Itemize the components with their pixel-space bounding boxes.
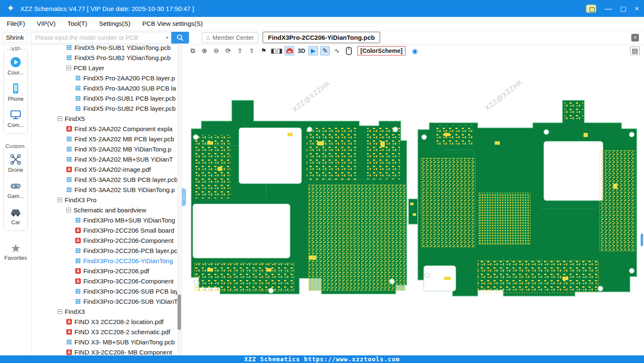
close-button[interactable]: ×	[635, 5, 639, 12]
tree-item[interactable]: FindX3	[32, 306, 181, 316]
file-type-icon	[75, 217, 81, 223]
menu-item[interactable]: VIP(V)	[37, 20, 55, 27]
tree-item[interactable]: FIND X3- MB+SUB YiDianTong.pcb	[32, 337, 181, 347]
vip-group-title: -VIP-	[8, 46, 23, 52]
tree-item[interactable]: FindX3Pro-2CC206-PCB layer.pc	[32, 245, 181, 256]
tree-item[interactable]: FindX3Pro-3CC206-SUB PCB lay	[32, 286, 181, 296]
tree-item[interactable]: FindX5 Pro-SUB1 YiDianTong.pcb	[32, 45, 181, 52]
sidebar-item-drone[interactable]: Drone	[8, 154, 23, 173]
color-scheme-button[interactable]: [ColorScheme]	[357, 46, 406, 55]
tree-item-label: FIND X3 2CC208-2 schematic.pdf	[74, 328, 170, 336]
tree-item[interactable]: FindX3 Pro	[32, 195, 181, 205]
app-window: ✦ XZZ Schematics V4.77 [ VIP Due date: 2…	[0, 0, 644, 363]
collapse-toggle-icon[interactable]	[66, 208, 71, 212]
tree-item-label: FindX3Pro-2CC206-PCB layer.pc	[83, 247, 178, 254]
tree-scrollbar[interactable]	[177, 45, 181, 355]
tree-item[interactable]: Find X5-2AA202 MB YiDianTong.p	[32, 144, 181, 154]
tree-item-label: Find X5-2AA202 MB PCB layer.pcb	[74, 135, 174, 143]
tree-item[interactable]: Find X5-2AA202-image.pdf	[32, 164, 181, 174]
tree-item[interactable]: FIND X3 2CC208-2 schematic.pdf	[32, 327, 181, 337]
rotate-icon[interactable]: ⟳	[223, 46, 233, 55]
maximize-button[interactable]: ▢	[620, 6, 626, 12]
watermark-text: XZZ@XZZHK	[483, 78, 523, 112]
arrow-tool-icon[interactable]: ▶	[308, 46, 318, 55]
tree-item[interactable]: FindX3Pro MB+SUB YiDianTong	[32, 215, 181, 225]
sidebar-item-phone[interactable]: Phone	[8, 82, 24, 102]
tree-item[interactable]: Find X5-2AA202 MB PCB layer.pcb	[32, 134, 181, 144]
close-document-icon[interactable]: ×	[631, 34, 639, 41]
file-type-icon	[66, 136, 72, 142]
tree-item[interactable]: FindX3Pro-2CC206-Component	[32, 235, 181, 245]
pcb-board-view[interactable]: XZZ@XZZHK XZZ@XZZHK	[182, 57, 644, 355]
search-button[interactable]	[171, 32, 189, 44]
tree-scrollbar-thumb[interactable]	[178, 294, 181, 330]
tree-item-label: FindX5 Pro-SUB2 YiDianTong.pcb	[74, 54, 171, 61]
search-input[interactable]	[31, 32, 171, 44]
file-type-icon	[75, 96, 81, 101]
tree-item[interactable]: Find X5-2AA202 MB+SUB YiDianT	[32, 154, 181, 164]
vip-badge-icon[interactable]	[586, 5, 596, 13]
document-tab[interactable]: FindX3Pro-2CC206-YiDianTong.pcb	[263, 32, 381, 43]
menu-item[interactable]: Settings(S)	[99, 20, 130, 27]
menu-item[interactable]: File(F)	[7, 20, 25, 27]
split-view-icon[interactable]: ⧉	[188, 46, 197, 55]
eye-icon[interactable]: ◉	[412, 47, 418, 55]
tree-item[interactable]: FindX5 Pro-3AA200 SUB PCB la	[32, 83, 181, 93]
collapse-toggle-icon[interactable]	[58, 198, 62, 202]
sidebar-item-computer[interactable]: Com...	[8, 109, 24, 128]
tree-item-label: FindX3Pro-3CC206-SUB PCB lay	[83, 288, 178, 295]
zoom-out-icon[interactable]: ⊖	[211, 46, 221, 55]
tree-item[interactable]: FindX3Pro-3CC206-Component	[32, 276, 181, 286]
collapse-toggle-icon[interactable]	[58, 116, 62, 121]
tree-item[interactable]: FindX3Pro-2CC206.pdf	[32, 266, 181, 276]
tree-item-label: FindX5 Pro-SUB1 YiDianTong.pcb	[74, 45, 171, 51]
tree-item[interactable]: FindX5 Pro-SUB1 PCB layer.pcb	[32, 93, 181, 103]
scroll-indicator[interactable]	[641, 234, 643, 246]
title-bar: ✦ XZZ Schematics V4.77 [ VIP Due date: 2…	[0, 0, 644, 17]
shrink-button[interactable]: Shrink	[3, 32, 27, 43]
flag-icon[interactable]: ⚑	[259, 46, 269, 55]
measure-tool-icon[interactable]: ✎	[320, 46, 330, 55]
tree-item[interactable]: Find X5-2AA202 Component expla	[32, 124, 181, 134]
pcb-canvas[interactable]: XZZ@XZZHK XZZ@XZZHK	[182, 57, 644, 355]
member-center-button[interactable]: ⌂ Member Center	[202, 32, 258, 43]
tree-item[interactable]: FindX5 Pro-SUB2 YiDianTong.pcb	[32, 52, 181, 63]
sidebar-item-car[interactable]: Car	[10, 206, 22, 226]
tree-item[interactable]: FIND X3-2CC208- MB Component	[32, 347, 181, 355]
tree-item-label: FindX3	[65, 308, 85, 315]
tree-item[interactable]: FIND X3 2CC208-2 location.pdf	[32, 316, 181, 327]
tree-item[interactable]: FindX5 Pro-SUB2 PCB layer.pcb	[32, 103, 181, 113]
export-icon[interactable]: ⇧	[235, 46, 245, 55]
tree-item-label: FindX3Pro-2CC206-YiDianTong	[83, 257, 173, 264]
collapse-tree-icon[interactable]: ‹	[182, 188, 186, 206]
sidebar-item-course[interactable]: Cour...	[8, 56, 24, 76]
mirror-flip-icon[interactable]: ◧◨	[271, 46, 282, 55]
tree-item[interactable]: Find X5-3AA202 SUB YiDianTong.p	[32, 184, 181, 195]
star-icon: ★	[11, 243, 21, 254]
tree-item[interactable]: FindX3Pro-3CC206-SUB YiDianT	[32, 296, 181, 306]
tree-item[interactable]: FindX5 Pro-2AA200 PCB layer.p	[32, 73, 181, 83]
layer-panel-icon[interactable]: ▤	[630, 47, 640, 55]
import-icon[interactable]: ⇧	[247, 46, 257, 55]
tree-item[interactable]: Find X5-3AA202 SUB PCB layer.pcb	[32, 174, 181, 184]
mouse-settings-icon[interactable]	[344, 46, 354, 55]
tree-item-label: FIND X3-2CC208- MB Component	[74, 349, 172, 356]
minimize-button[interactable]: —	[605, 5, 612, 12]
tree-item[interactable]: Schematic and boardview	[32, 205, 181, 215]
tree-item[interactable]: PCB Layer	[32, 63, 181, 73]
zoom-in-icon[interactable]: ⊕	[200, 46, 209, 55]
threed-view-button[interactable]: 3D	[296, 46, 306, 55]
menu-item[interactable]: Tool(T)	[68, 20, 88, 27]
red-toggle-icon[interactable]	[285, 46, 294, 55]
curve-tool-icon[interactable]: ∿	[332, 46, 342, 55]
sidebar-item-favorites[interactable]: ★ Favorites	[4, 243, 27, 261]
collapse-toggle-icon[interactable]	[58, 309, 62, 314]
menu-item[interactable]: PCB View settings(S)	[142, 20, 203, 27]
tree-item[interactable]: FindX5	[32, 113, 181, 124]
sidebar-item-game[interactable]: Gam...	[7, 180, 24, 199]
tree-item[interactable]: FindX3Pro-2CC206-YiDianTong	[32, 256, 181, 266]
tree-item[interactable]: FindX3Pro-2CC206 Small board	[32, 225, 181, 235]
tree-item-label: FindX5 Pro-3AA200 SUB PCB la	[83, 85, 176, 92]
collapse-toggle-icon[interactable]	[66, 66, 71, 70]
play-circle-icon	[10, 56, 22, 68]
